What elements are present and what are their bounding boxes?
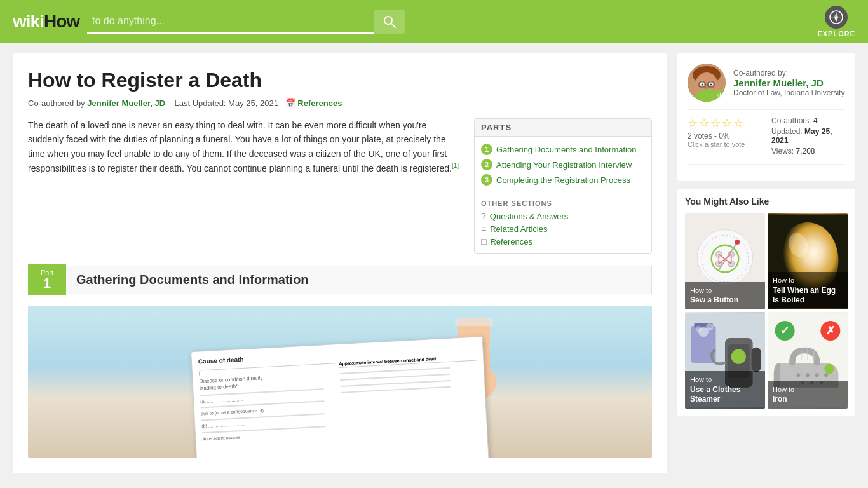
article-illustration: Cause of death IDisease or condition dir… (28, 306, 652, 458)
other-sections-title: OTHER SECTIONS (481, 196, 645, 210)
part-link-2[interactable]: Attending Your Registration Interview (496, 160, 632, 170)
qa-link[interactable]: Questions & Answers (490, 212, 569, 221)
author-header: wH Co-authored by: Jennifer Mueller, JD … (688, 64, 845, 102)
references-icon: □ (481, 236, 486, 247)
author-link[interactable]: Jennifer Mueller, JD (87, 98, 165, 108)
click-to-rate[interactable]: Click a star to vote (688, 140, 761, 148)
thumb-label-egg: How to Tell When an Egg Is Boiled (768, 272, 848, 309)
part-badge: Part 1 (28, 264, 66, 295)
explore-button[interactable]: EXPLORE (817, 6, 855, 37)
author-title: Doctor of Law, Indiana University (733, 88, 845, 97)
search-button[interactable] (374, 10, 405, 34)
thumb-egg[interactable]: How to Tell When an Egg Is Boiled (768, 213, 848, 309)
references-link[interactable]: References (297, 98, 342, 108)
author-info: Co-authored by: Jennifer Mueller, JD Doc… (733, 69, 845, 97)
svg-point-60 (797, 373, 801, 377)
logo[interactable]: wikiHow (13, 11, 79, 32)
updated-label: Updated: (771, 127, 803, 136)
other-item-related: ≡ Related Articles (481, 222, 645, 235)
last-updated-date: May 25, 2021 (228, 98, 278, 108)
part-section: Part 1 Gathering Documents and Informati… (28, 264, 652, 295)
last-updated-label: Last Updated: (175, 98, 226, 108)
svg-point-40 (735, 240, 740, 245)
other-sections-list: ? Questions & Answers ≡ Related Articles… (481, 210, 645, 248)
search-bar (87, 10, 405, 34)
parts-box: PARTS 1 Gathering Documents and Informat… (474, 118, 652, 254)
coauthored-label: Co-authored by (28, 98, 85, 108)
part-link-1[interactable]: Gathering Documents and Information (496, 145, 636, 154)
part-title: Gathering Documents and Information (66, 266, 652, 294)
author-card: wH Co-authored by: Jennifer Mueller, JD … (677, 53, 855, 181)
views-label: Views: (771, 147, 794, 156)
header: wikiHow EXPLORE (0, 0, 868, 43)
svg-rect-14 (455, 318, 493, 326)
article: How to Register a Death Co-authored by J… (13, 53, 667, 473)
thumb-sew-button[interactable]: How to Sew a Button (685, 213, 765, 309)
thumbnails-grid: How to Sew a Button (685, 213, 848, 409)
svg-text:✓: ✓ (780, 324, 789, 337)
parts-header: PARTS (475, 119, 651, 137)
other-item-references: □ References (481, 235, 645, 248)
calendar-icon: 📅 (285, 98, 295, 108)
stats-row: ☆☆☆☆☆ 2 votes - 0% Click a star to vote … (688, 109, 845, 165)
explore-icon (825, 6, 848, 29)
part-num-2: 2 (481, 159, 492, 170)
logo-wiki: wiki (13, 11, 44, 31)
svg-point-25 (705, 86, 709, 89)
part-item-1: 1 Gathering Documents and Information (481, 142, 645, 157)
logo-how: How (44, 11, 79, 31)
avatar: wH (688, 64, 726, 102)
coauthors-count: 4 (813, 116, 818, 125)
sidebar: wH Co-authored by: Jennifer Mueller, JD … (677, 53, 855, 473)
svg-point-52 (706, 323, 714, 331)
svg-point-63 (824, 373, 828, 377)
svg-point-61 (806, 373, 810, 377)
other-sections: OTHER SECTIONS ? Questions & Answers ≡ R… (475, 193, 651, 253)
main-content: How to Register a Death Co-authored by J… (0, 43, 868, 484)
other-references-link[interactable]: References (490, 237, 532, 247)
document-illustration: Cause of death IDisease or condition dir… (191, 336, 489, 458)
svg-rect-54 (752, 348, 761, 372)
parts-list: 1 Gathering Documents and Information 2 … (475, 137, 651, 193)
svg-line-1 (391, 24, 395, 27)
svg-point-21 (710, 84, 712, 86)
svg-text:✗: ✗ (826, 324, 835, 337)
svg-point-62 (815, 373, 819, 377)
thumb-label-sew-button: How to Sew a Button (685, 282, 765, 309)
doc-right-col: Approximate interval between onset and d… (339, 355, 480, 435)
coauthors-section: Co-authors: 4 Updated: May 25, 2021 View… (771, 116, 845, 158)
related-icon: ≡ (481, 224, 486, 234)
thumb-label-steamer: How to Use a Clothes Steamer (685, 371, 765, 409)
svg-point-67 (824, 364, 834, 374)
star-rating[interactable]: ☆☆☆☆☆ (688, 116, 761, 130)
part-link-3[interactable]: Completing the Registration Process (496, 175, 630, 185)
part-num-1: 1 (481, 144, 492, 155)
votes-section: ☆☆☆☆☆ 2 votes - 0% Click a star to vote (688, 116, 761, 158)
svg-text:wH: wH (714, 92, 724, 98)
coauthored-by-label: Co-authored by: (733, 69, 845, 78)
other-item-qa: ? Questions & Answers (481, 210, 645, 222)
also-like-section: You Might Also Like (677, 189, 855, 416)
part-item-3: 3 Completing the Registration Process (481, 172, 645, 187)
views-count: 7,208 (796, 147, 815, 156)
also-like-title: You Might Also Like (685, 196, 848, 207)
thumb-iron[interactable]: ✓ ✗ (768, 312, 848, 409)
coauthors-label: Co-authors: (771, 116, 811, 125)
part-num-3: 3 (481, 174, 492, 186)
search-icon (383, 15, 396, 28)
compass-icon (829, 10, 843, 24)
svg-point-0 (384, 17, 392, 24)
thumb-steamer[interactable]: How to Use a Clothes Steamer (685, 312, 765, 409)
doc-grid: IDisease or condition directlyleading to… (199, 355, 480, 443)
author-name[interactable]: Jennifer Mueller, JD (733, 78, 845, 88)
vote-count: 2 votes - 0% (688, 132, 761, 140)
avatar-image: wH (688, 64, 726, 102)
svg-point-29 (697, 230, 752, 285)
doc-left-col: IDisease or condition directlyleading to… (199, 362, 341, 442)
svg-point-53 (695, 326, 702, 332)
search-input[interactable] (87, 10, 374, 34)
svg-point-20 (702, 84, 703, 86)
related-link[interactable]: Related Articles (490, 224, 547, 234)
article-title: How to Register a Death (28, 69, 652, 92)
part-number: 1 (37, 276, 57, 290)
